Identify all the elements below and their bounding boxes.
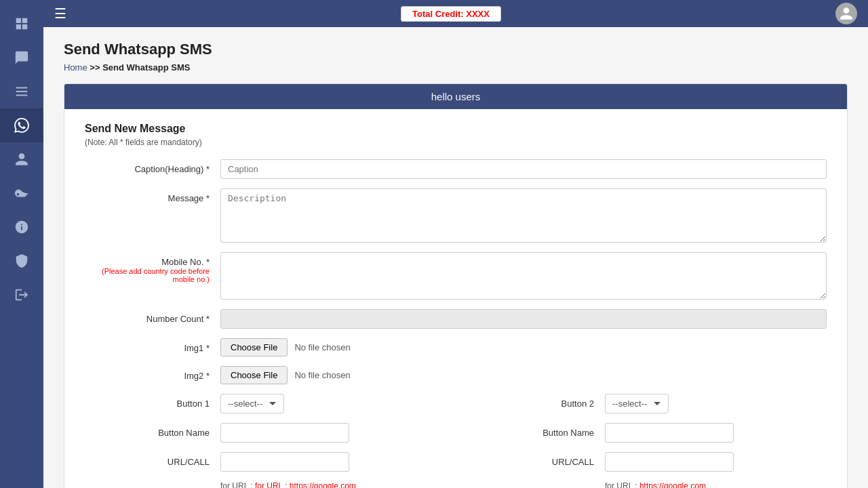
- button1-hints: for URL : for URL : https://google.com f…: [85, 481, 442, 488]
- hints-row: for URL : for URL : https://google.com f…: [85, 481, 827, 488]
- button1-hint-text: for URL : for URL : https://google.com f…: [220, 481, 442, 488]
- button2-hint-url: for URL : https://google.com: [605, 481, 827, 488]
- sidebar-item-logout[interactable]: [0, 278, 43, 312]
- img1-file-name: No file chosen: [294, 342, 350, 352]
- img2-row: Img2 * Choose File No file chosen: [85, 366, 827, 384]
- sidebar: [0, 0, 43, 488]
- button2-hints: for URL : https://google.com for Call : …: [442, 481, 827, 488]
- sidebar-item-user[interactable]: [0, 142, 43, 176]
- main-card: hello users Send New Message (Note: All …: [64, 83, 848, 488]
- button1-select-wrapper: --select-- URL CALL: [220, 394, 442, 413]
- credit-badge: Total Credit: XXXX: [401, 6, 501, 22]
- button2-urlcall-label: URL/CALL: [469, 457, 605, 467]
- main-area: ☰ Total Credit: XXXX Send Whatsapp SMS H…: [43, 0, 868, 488]
- button1-urlcall-half: URL/CALL: [85, 452, 442, 472]
- caption-label: Caption(Heading) *: [85, 159, 220, 174]
- breadcrumb-separator: >>: [90, 62, 100, 73]
- img2-label: Img2 *: [85, 366, 220, 381]
- avatar[interactable]: [835, 3, 857, 24]
- form-note: (Note: All * fields are mandatory): [85, 138, 827, 147]
- number-count-row: Number Count *: [85, 309, 827, 329]
- sidebar-item-key[interactable]: [0, 176, 43, 210]
- button2-select[interactable]: --select-- URL CALL: [605, 394, 669, 413]
- button2-select-wrapper: --select-- URL CALL: [605, 394, 827, 413]
- sidebar-item-grid[interactable]: [0, 7, 43, 41]
- button2-name-input[interactable]: [605, 423, 734, 443]
- breadcrumb-current: Send Whatsapp SMS: [102, 62, 190, 73]
- mobile-row: Mobile No. * (Please add country code be…: [85, 252, 827, 300]
- credit-value: XXXX: [466, 9, 490, 19]
- img1-file-wrapper: Choose File No file chosen: [220, 338, 827, 357]
- img1-label: Img1 *: [85, 338, 220, 353]
- page-title: Send Whatsapp SMS: [64, 41, 848, 58]
- button2-urlcall-half: URL/CALL: [442, 452, 827, 472]
- button1-label: Button 1: [85, 399, 220, 409]
- button2-label: Button 2: [469, 399, 605, 409]
- number-count-label: Number Count *: [85, 309, 220, 324]
- button2-urlcall-input[interactable]: [605, 452, 734, 472]
- message-input[interactable]: [220, 188, 827, 243]
- menu-icon[interactable]: ☰: [54, 5, 66, 22]
- mobile-label: Mobile No. * (Please add country code be…: [85, 252, 220, 283]
- button1-hint-url-value: for URL : https://google.com: [255, 481, 356, 488]
- sidebar-item-shield[interactable]: [0, 244, 43, 278]
- url-call-row: URL/CALL URL/CALL: [85, 452, 827, 472]
- button1-half: Button 1 --select-- URL CALL: [85, 394, 442, 413]
- breadcrumb: Home >> Send Whatsapp SMS: [64, 62, 848, 73]
- button-name-row: Button Name Button Name: [85, 423, 827, 443]
- button2-hint-url-value: https://google.com: [639, 481, 706, 488]
- sidebar-item-info[interactable]: [0, 210, 43, 244]
- message-row: Message *: [85, 188, 827, 243]
- button2-name-half: Button Name: [442, 423, 827, 443]
- card-body: Send New Message (Note: All * fields are…: [64, 109, 847, 488]
- img1-row: Img1 * Choose File No file chosen: [85, 338, 827, 357]
- button1-name-input[interactable]: [220, 423, 349, 443]
- img2-choose-file-button[interactable]: Choose File: [220, 366, 288, 384]
- button-select-row: Button 1 --select-- URL CALL Button 2: [85, 394, 827, 413]
- button1-name-label: Button Name: [85, 428, 220, 438]
- form-title: Send New Message: [85, 123, 827, 135]
- button1-urlcall-label: URL/CALL: [85, 457, 220, 467]
- message-label: Message *: [85, 188, 220, 203]
- mobile-hint: (Please add country code before mobile n…: [85, 267, 210, 283]
- button2-hint-text: for URL : https://google.com for Call : …: [605, 481, 827, 488]
- number-count-input[interactable]: [220, 309, 827, 329]
- sidebar-item-whatsapp[interactable]: [0, 108, 43, 142]
- caption-row: Caption(Heading) *: [85, 159, 827, 179]
- sidebar-item-chat[interactable]: [0, 41, 43, 75]
- img2-file-name: No file chosen: [294, 370, 350, 380]
- content-area: Send Whatsapp SMS Home >> Send Whatsapp …: [43, 27, 868, 488]
- button2-half: Button 2 --select-- URL CALL: [442, 394, 827, 413]
- credit-label: Total Credit:: [412, 9, 466, 19]
- img1-choose-file-button[interactable]: Choose File: [220, 338, 288, 357]
- button1-hint-url: for URL : for URL : https://google.com: [220, 481, 442, 488]
- button1-select[interactable]: --select-- URL CALL: [220, 394, 284, 413]
- button1-urlcall-input[interactable]: [220, 452, 349, 472]
- button2-name-label: Button Name: [469, 428, 605, 438]
- sidebar-item-list[interactable]: [0, 75, 43, 108]
- mobile-input[interactable]: [220, 252, 827, 300]
- topbar: ☰ Total Credit: XXXX: [43, 0, 868, 27]
- button1-name-half: Button Name: [85, 423, 442, 443]
- img2-file-wrapper: Choose File No file chosen: [220, 366, 827, 384]
- breadcrumb-home[interactable]: Home: [64, 62, 87, 73]
- caption-input[interactable]: [220, 159, 827, 179]
- card-header: hello users: [64, 84, 847, 109]
